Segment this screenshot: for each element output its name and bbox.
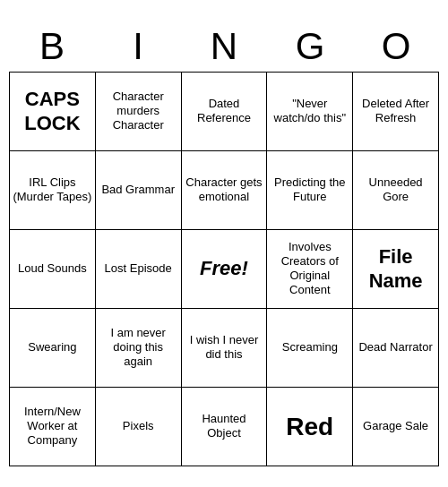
cell-4-0: Intern/New Worker at Company [10,388,96,466]
bingo-card: BINGO CAPS LOCKCharacter murders Charact… [9,21,439,466]
cell-4-3: Red [267,388,353,466]
cell-3-1: I am never doing this again [96,309,182,388]
cell-3-3: Screaming [267,309,353,388]
cell-2-4: File Name [353,230,439,309]
header-letter: I [95,21,181,72]
cell-3-4: Dead Narrator [353,309,439,388]
cell-1-4: Unneeded Gore [353,151,439,230]
cell-1-3: Predicting the Future [267,151,353,230]
cell-2-0: Loud Sounds [10,230,96,309]
cell-0-4: Deleted After Refresh [353,73,439,151]
cell-2-3: Involves Creators of Original Content [267,230,353,309]
header-letter: B [9,21,95,72]
cell-0-0: CAPS LOCK [10,73,96,151]
cell-4-1: Pixels [96,388,182,466]
cell-2-1: Lost Episode [96,230,182,309]
cell-1-0: IRL Clips (Murder Tapes) [10,151,96,230]
bingo-grid: CAPS LOCKCharacter murders CharacterDate… [9,72,439,466]
header-letter: N [181,21,267,72]
cell-4-4: Garage Sale [353,388,439,466]
cell-0-1: Character murders Character [96,73,182,151]
cell-2-2: Free! [182,230,268,309]
cell-4-2: Haunted Object [182,388,268,466]
cell-3-0: Swearing [10,309,96,388]
cell-1-2: Character gets emotional [182,151,268,230]
cell-0-2: Dated Reference [182,73,268,151]
header-letter: O [353,21,439,72]
bingo-header: BINGO [9,21,439,72]
cell-3-2: I wish I never did this [182,309,268,388]
header-letter: G [267,21,353,72]
cell-1-1: Bad Grammar [96,151,182,230]
cell-0-3: "Never watch/do this" [267,73,353,151]
